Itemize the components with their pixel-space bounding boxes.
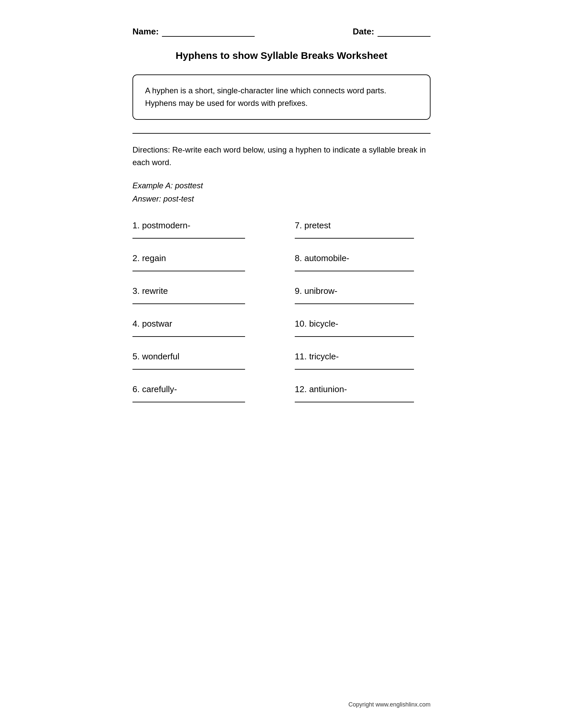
divider: [132, 133, 431, 134]
worksheet-title: Hyphens to show Syllable Breaks Workshee…: [132, 50, 431, 61]
date-label: Date:: [353, 26, 374, 37]
exercise-item-1: 1. postmodern-: [132, 219, 282, 239]
exercise-word-3: 3. rewrite: [132, 285, 275, 297]
left-column: 1. postmodern- 2. regain 3. rewrite: [132, 219, 282, 416]
answer-line-2: [132, 271, 245, 271]
date-underline: [378, 35, 431, 37]
exercise-item-4: 4. postwar: [132, 317, 282, 337]
exercise-item-10: 10. bicycle-: [282, 317, 431, 337]
exercise-item-11: 11. tricycle-: [282, 350, 431, 370]
answer-line-1: [132, 238, 245, 239]
exercise-item-8: 8. automobile-: [282, 252, 431, 271]
exercise-word-2: 2. regain: [132, 252, 275, 265]
answer-line-4: [132, 336, 245, 337]
header-row: Name: Date:: [132, 26, 431, 37]
answer-line-3: [132, 303, 245, 304]
directions-text: Directions: Re-write each word below, us…: [132, 144, 431, 169]
name-field: Name:: [132, 26, 255, 37]
answer-line-5: [132, 369, 245, 370]
exercise-item-9: 9. unibrow-: [282, 285, 431, 304]
exercise-word-1: 1. postmodern-: [132, 219, 275, 232]
info-line2: Hyphens may be used for words with prefi…: [145, 97, 418, 110]
exercise-word-6: 6. carefully-: [132, 383, 275, 396]
example-block: Example A: posttest Answer: post-test: [132, 179, 431, 206]
answer-line-10: [295, 336, 414, 337]
worksheet-page: Name: Date: Hyphens to show Syllable Bre…: [99, 0, 464, 728]
answer-label: Answer: post-test: [132, 192, 431, 206]
exercise-item-6: 6. carefully-: [132, 383, 282, 402]
exercise-item-7: 7. pretest: [282, 219, 431, 239]
answer-line-9: [295, 303, 414, 304]
name-underline: [162, 35, 255, 37]
info-box: A hyphen is a short, single-character li…: [132, 74, 431, 120]
answer-line-8: [295, 271, 414, 271]
exercise-word-5: 5. wonderful: [132, 350, 275, 363]
answer-line-7: [295, 238, 414, 239]
exercise-item-3: 3. rewrite: [132, 285, 282, 304]
date-field: Date:: [353, 26, 431, 37]
name-label: Name:: [132, 26, 159, 37]
exercise-word-8: 8. automobile-: [295, 252, 431, 265]
exercise-word-7: 7. pretest: [295, 219, 431, 232]
exercise-item-12: 12. antiunion-: [282, 383, 431, 402]
exercise-word-12: 12. antiunion-: [295, 383, 431, 396]
exercise-word-9: 9. unibrow-: [295, 285, 431, 297]
info-line1: A hyphen is a short, single-character li…: [145, 84, 418, 97]
exercise-word-4: 4. postwar: [132, 317, 275, 330]
answer-line-12: [295, 402, 414, 402]
exercise-item-5: 5. wonderful: [132, 350, 282, 370]
copyright: Copyright www.englishlinx.com: [349, 701, 431, 708]
exercise-item-2: 2. regain: [132, 252, 282, 271]
exercise-word-11: 11. tricycle-: [295, 350, 431, 363]
example-label: Example A: posttest: [132, 179, 431, 193]
right-column: 7. pretest 8. automobile- 9. unibrow-: [282, 219, 431, 416]
answer-line-6: [132, 402, 245, 402]
exercise-word-10: 10. bicycle-: [295, 317, 431, 330]
exercises-grid: 1. postmodern- 2. regain 3. rewrite: [132, 219, 431, 416]
answer-line-11: [295, 369, 414, 370]
